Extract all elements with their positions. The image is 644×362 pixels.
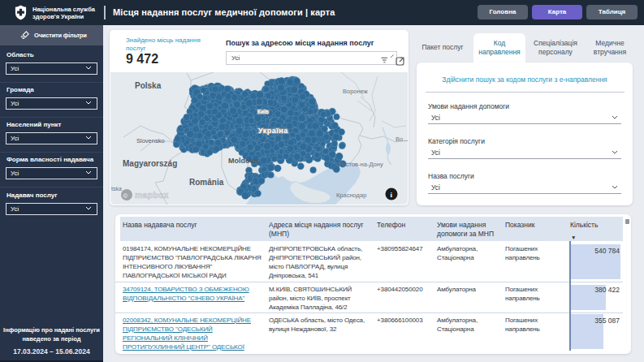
svg-text:©: © [123, 192, 128, 200]
svg-text:Краснодар: Краснодар [336, 192, 366, 199]
svg-text:Україна: Україна [258, 127, 288, 135]
svg-text:Ростов-на-Дону: Ростов-на-Дону [339, 161, 383, 168]
svg-text:mapbox: mapbox [135, 190, 168, 200]
svg-text:tska: tska [111, 186, 122, 192]
svg-text:România: România [189, 178, 224, 187]
svg-text:Київ: Київ [257, 109, 269, 114]
svg-text:Magyarország: Magyarország [123, 159, 177, 168]
svg-text:Moldova: Moldova [228, 157, 258, 165]
svg-text:Polska: Polska [135, 81, 162, 90]
svg-text:Во...: Во... [395, 136, 408, 143]
svg-text:Воронеж: Воронеж [343, 88, 368, 95]
svg-text:Slovensko: Slovensko [136, 137, 165, 144]
